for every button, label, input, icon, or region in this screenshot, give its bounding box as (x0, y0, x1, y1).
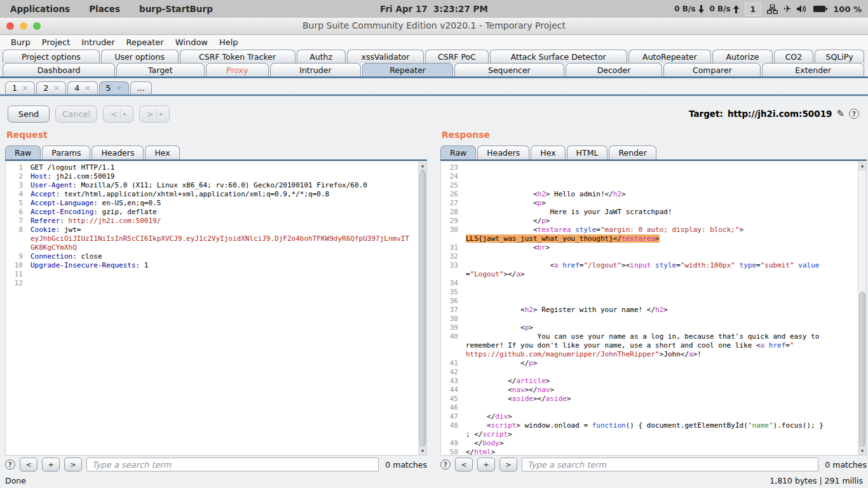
line-content: LLS{jawt_was_just_what_you_thought}</tex… (461, 234, 660, 243)
close-tab-icon[interactable]: × (116, 84, 121, 92)
ext-tab-label: User options (114, 52, 165, 62)
response-scrollbar[interactable]: ▲ ▼ (858, 161, 866, 455)
line-content: <br> (461, 243, 550, 252)
request-tab-hex[interactable]: Hex (145, 146, 179, 159)
line-number: 12 (6, 279, 26, 288)
network-ethernet-icon[interactable] (767, 4, 778, 14)
workspace-switcher[interactable]: 1 (745, 3, 761, 16)
battery-icon[interactable] (813, 5, 827, 13)
search-prev-button[interactable]: < (20, 458, 37, 471)
ext-tab-sqlipy[interactable]: SQLiPy (815, 50, 864, 63)
response-editor[interactable]: 23242526 <h2> Hello admin!</h2>27 <p>28 … (440, 161, 867, 456)
line-number: 48 (441, 421, 461, 430)
line-number: 11 (6, 270, 26, 279)
help-icon[interactable]: ? (5, 459, 15, 470)
tab-intruder[interactable]: Intruder (270, 63, 361, 76)
ext-tab-xssvalidator[interactable]: xssValidator (347, 50, 424, 63)
tab-comparer[interactable]: Comparer (663, 63, 761, 76)
ext-tab-co2[interactable]: CO2 (774, 50, 813, 63)
tab-dashboard[interactable]: Dashboard (3, 63, 115, 76)
search-next-button[interactable]: > (64, 458, 82, 471)
clock[interactable]: Fri Apr 17 3:23:27 PM (380, 4, 488, 14)
request-search-input[interactable] (86, 458, 379, 471)
send-button[interactable]: Send (8, 105, 50, 123)
tab-target[interactable]: Target (116, 63, 204, 76)
menu-intruder[interactable]: Intruder (76, 37, 120, 48)
close-tab-icon[interactable]: × (22, 84, 28, 92)
tab-repeater[interactable]: Repeater (362, 63, 453, 76)
close-tab-icon[interactable]: × (85, 84, 90, 92)
search-options-button[interactable]: + (477, 458, 495, 471)
menu-project[interactable]: Project (36, 37, 76, 48)
help-icon[interactable]: ? (849, 109, 859, 119)
request-scrollbar[interactable]: ▲ ▼ (418, 161, 426, 455)
menu-help[interactable]: Help (214, 37, 244, 48)
line-number: 50 (441, 448, 461, 456)
request-tab-raw[interactable]: Raw (5, 146, 41, 159)
ext-tab-autorepeater[interactable]: AutoRepeater (628, 50, 711, 63)
net-download-indicator[interactable]: 0 B/s (674, 4, 703, 13)
request-code-line: 10Upgrade-Insecure-Requests: 1 (6, 261, 426, 270)
request-tab-params[interactable]: Params (42, 146, 90, 159)
line-content (461, 181, 466, 190)
history-back-button[interactable]: < ▼ (103, 105, 133, 123)
tab-extender[interactable]: Extender (762, 63, 864, 76)
places-menu[interactable]: Places (89, 4, 120, 14)
response-scrollbar-thumb[interactable] (859, 292, 865, 447)
history-forward-button[interactable]: > ▼ (139, 105, 170, 123)
ext-tab-attack-surface-detector[interactable]: Attack Surface Detector (490, 50, 627, 63)
tab-proxy[interactable]: Proxy (206, 63, 269, 76)
ext-tab-authz[interactable]: Authz (297, 50, 346, 63)
search-prev-button[interactable]: < (455, 458, 473, 471)
menu-window[interactable]: Window (170, 37, 214, 48)
edit-target-pencil-icon[interactable]: ✎ (836, 108, 844, 119)
response-tab-hex[interactable]: Hex (531, 146, 565, 159)
scroll-down-icon[interactable]: ▼ (858, 446, 866, 455)
search-options-button[interactable]: + (42, 458, 60, 471)
request-code-line: 1GET /logout HTTP/1.1 (6, 163, 426, 172)
ext-tab-user-options[interactable]: User options (101, 50, 179, 63)
ext-tab-project-options[interactable]: Project options (3, 50, 100, 63)
net-upload-indicator[interactable]: 0 B/s (710, 4, 739, 13)
upload-arrow-icon (733, 5, 739, 13)
response-tab-raw[interactable]: Raw (440, 146, 476, 159)
repeater-item-tab-2[interactable]: 2× (36, 81, 66, 94)
response-search-input[interactable] (522, 458, 818, 471)
close-tab-icon[interactable]: × (53, 84, 59, 92)
request-scrollbar-thumb[interactable] (419, 170, 426, 447)
repeater-item-tab-1[interactable]: 1× (5, 81, 35, 94)
line-number (6, 243, 26, 252)
applications-menu[interactable]: Applications (10, 4, 70, 14)
repeater-item-tab-tab[interactable]: ... (130, 81, 152, 94)
response-code-line: 25 (441, 181, 866, 190)
tab-decoder[interactable]: Decoder (566, 63, 663, 76)
request-editor[interactable]: 1GET /logout HTTP/1.12Host: jh2i.com:500… (5, 161, 427, 456)
back-arrow-label: < (111, 109, 118, 119)
line-number: 41 (441, 359, 461, 368)
menu-burp[interactable]: Burp (5, 37, 36, 48)
response-tab-render[interactable]: Render (609, 146, 656, 159)
active-app-menu[interactable]: burp-StartBurp (139, 4, 213, 14)
repeater-item-tab-4[interactable]: 4× (67, 81, 97, 94)
line-content: You can use your name as a log in, becau… (461, 332, 819, 341)
menu-repeater[interactable]: Repeater (121, 37, 170, 48)
line-content: <a href="/logout"><input style="width:10… (461, 261, 819, 270)
cancel-button[interactable]: Cancel (55, 105, 97, 123)
airplane-mode-icon[interactable]: ✈ (783, 3, 792, 15)
scroll-up-icon[interactable]: ▲ (858, 161, 866, 170)
ext-tab-csrf-poc[interactable]: CSRF PoC (425, 50, 488, 63)
response-tab-headers[interactable]: Headers (477, 146, 529, 159)
request-tab-headers[interactable]: Headers (92, 146, 144, 159)
line-content: https://github.com/magnumripper/JohnTheR… (461, 350, 702, 359)
scroll-down-icon[interactable]: ▼ (419, 446, 426, 455)
search-next-button[interactable]: > (499, 458, 517, 471)
ext-tab-autorize[interactable]: Autorize (712, 50, 772, 63)
scroll-up-icon[interactable]: ▲ (419, 161, 426, 170)
tab-sequencer[interactable]: Sequencer (454, 63, 564, 76)
volume-icon[interactable] (797, 4, 808, 13)
help-icon[interactable]: ? (440, 459, 451, 470)
repeater-item-tab-5[interactable]: 5× (99, 81, 129, 94)
ext-tab-csrf-token-tracker[interactable]: CSRF Token Tracker (180, 50, 295, 63)
response-tab-html[interactable]: HTML (567, 146, 608, 159)
battery-percentage: 100 % (833, 4, 862, 14)
